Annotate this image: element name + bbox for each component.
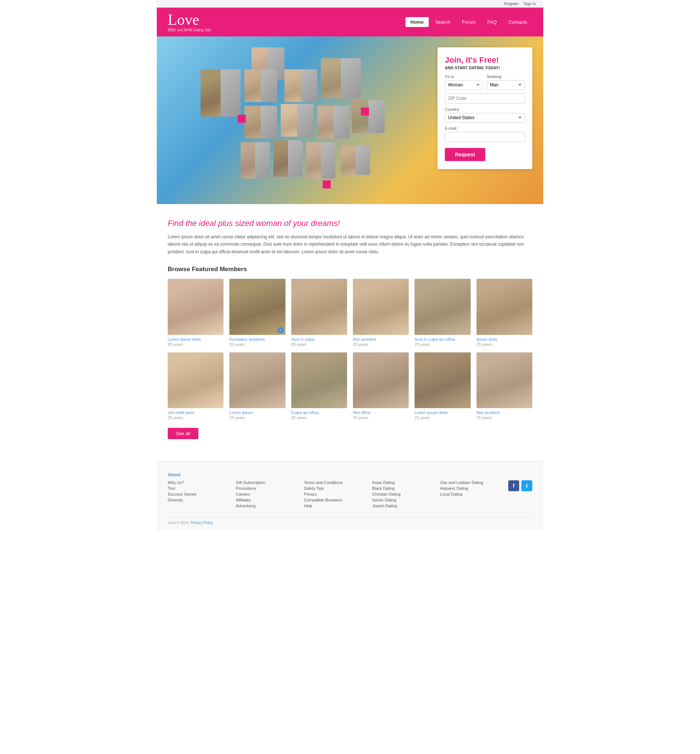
footer-link-asian[interactable]: Asian Dating	[372, 480, 433, 485]
member-card-11[interactable]: Lorem ipsum dolor 25 years	[414, 353, 470, 420]
footer-col-dating2: Gay and Lesbian Dating Hispanic Dating L…	[440, 472, 501, 509]
member-card-1[interactable]: Lorem ipsum dolor 25 years	[168, 279, 223, 346]
collage-photo-9	[352, 100, 384, 133]
footer-link-black[interactable]: Black Dating	[372, 486, 433, 490]
footer-link-christian[interactable]: Christian Dating	[372, 492, 433, 496]
im-a-select[interactable]: Woman Man	[445, 80, 483, 90]
member-age-9: 25 years	[291, 415, 347, 420]
footer-link-jewish[interactable]: Jewish Dating	[372, 504, 433, 508]
footer-link-affiliates[interactable]: Affiliates	[236, 498, 297, 502]
main-content: Find the ideal plus sized woman of your …	[157, 204, 543, 461]
footer-link-help[interactable]: Help	[304, 504, 365, 508]
footer-link-advertising[interactable]: Advertising	[236, 504, 297, 508]
signin-link[interactable]: Sign in	[523, 2, 536, 6]
footer: About Why Us? Tour Success Stories Diver…	[157, 461, 543, 531]
privacy-policy-link[interactable]: Privacy Policy	[190, 521, 213, 525]
zip-input[interactable]	[445, 93, 525, 103]
footer-link-browsers[interactable]: Compatible Browsers	[304, 498, 365, 502]
footer-col-about: About Why Us? Tour Success Stories Diver…	[168, 472, 228, 509]
nav-search[interactable]: Search	[430, 17, 455, 27]
member-photo-inner-1	[168, 279, 223, 334]
gender-row: I'm a: Woman Man Seeking Man Woman	[445, 74, 525, 90]
nav-contacts[interactable]: Contacts	[503, 17, 532, 27]
member-photo-7	[168, 353, 223, 408]
member-age-6: 25 years	[477, 342, 532, 347]
member-age-5: 25 years	[414, 342, 470, 347]
email-input[interactable]	[445, 132, 525, 142]
logo-tagline: BBW and BHM Dating Site	[168, 28, 211, 32]
nav-faq[interactable]: FAQ	[482, 17, 502, 27]
join-form: Join, it's Free! AND START DATING TODAY!…	[438, 47, 532, 169]
see-all-button[interactable]: See all	[168, 428, 198, 439]
register-link[interactable]: Register	[504, 2, 519, 6]
footer-link-safety[interactable]: Safety Tips	[304, 486, 365, 490]
footer-link-gay[interactable]: Gay and Lesbian Dating	[440, 480, 501, 485]
collage-photo-6	[244, 106, 277, 139]
member-name-12: Non proident	[477, 411, 532, 415]
description-text: Lorem ipsum dolor sit amet conse ctetur …	[168, 233, 532, 256]
member-name-4: Non proident	[353, 337, 409, 342]
footer-link-senior[interactable]: Senior Dating	[372, 498, 433, 502]
member-card-9[interactable]: Culpa qui offcia 25 years	[291, 353, 347, 420]
footer-link-success[interactable]: Success Stories	[168, 492, 228, 496]
member-card-12[interactable]: Non proident 25 years	[477, 353, 532, 420]
member-name-10: Wui offcia	[353, 411, 409, 415]
logo-text: Love	[168, 12, 211, 27]
nav-forum[interactable]: Forum	[457, 17, 481, 27]
email-label: E-mail:	[445, 126, 525, 131]
member-age-8: 25 years	[229, 415, 285, 420]
member-photo-4	[353, 279, 409, 334]
photo-collage	[200, 47, 364, 193]
footer-link-local[interactable]: Local Dating	[440, 492, 501, 496]
member-photo-8	[229, 353, 285, 408]
join-subtitle: AND START DATING TODAY!	[445, 66, 525, 70]
member-photo-10	[353, 353, 409, 408]
member-name-9: Culpa qui offcia	[291, 411, 347, 415]
collage-photo-12	[306, 142, 336, 179]
member-card-3[interactable]: Sunt in culpa 25 years	[291, 279, 347, 346]
featured-title: Browse Featured Members	[168, 266, 532, 273]
member-age-4: 25 years	[353, 342, 409, 347]
collage-photo-13	[341, 146, 370, 175]
social-icons: f t	[508, 480, 532, 491]
footer-link-privacy[interactable]: Privacy	[304, 492, 365, 496]
footer-col-dating1-title	[372, 472, 433, 478]
member-name-6: Ipsum dolor	[477, 337, 532, 342]
member-age-3: 25 years	[291, 342, 347, 347]
collage-photo-7	[281, 104, 314, 137]
member-age-10: 25 years	[353, 415, 409, 420]
country-label: Country:	[445, 107, 525, 111]
country-select[interactable]: United States Canada United Kingdom	[445, 113, 525, 122]
member-card-2[interactable]: ✓ Excepteur sintdeser 25 years	[229, 279, 285, 346]
footer-link-tour[interactable]: Tour	[168, 486, 228, 490]
member-card-6[interactable]: Ipsum dolor 25 years	[477, 279, 532, 346]
facebook-icon[interactable]: f	[508, 480, 519, 491]
member-photo-2: ✓	[229, 279, 285, 334]
footer-link-whyus[interactable]: Why Us?	[168, 480, 228, 485]
member-photo-3	[291, 279, 347, 334]
decorative-square-2	[361, 108, 369, 116]
member-card-7[interactable]: Unt mollit anim 25 years	[168, 353, 223, 420]
footer-link-terms[interactable]: Terms and Conditions	[304, 480, 365, 485]
member-name-5: Sunt in culpa qui offcia	[414, 337, 470, 342]
member-card-8[interactable]: Lorem ipsum 25 years	[229, 353, 285, 420]
footer-link-hispanic[interactable]: Hispanic Dating	[440, 486, 501, 490]
decorative-square-1	[238, 115, 246, 123]
footer-link-diversity[interactable]: Diversity	[168, 498, 228, 502]
footer-col-dating2-title	[440, 472, 501, 478]
member-card-4[interactable]: Non proident 25 years	[353, 279, 409, 346]
member-card-5[interactable]: Sunt in culpa qui offcia 25 years	[414, 279, 470, 346]
footer-bottom: Love © 2014. Privacy Policy	[168, 517, 532, 525]
seeking-select[interactable]: Man Woman	[487, 80, 525, 90]
footer-col-dating1: Asian Dating Black Dating Christian Dati…	[372, 472, 433, 509]
footer-link-promotions[interactable]: Promotions	[236, 486, 297, 490]
member-card-10[interactable]: Wui offcia 25 years	[353, 353, 409, 420]
twitter-icon[interactable]: t	[521, 480, 532, 491]
logo-area: Love BBW and BHM Dating Site	[168, 12, 211, 32]
member-age-2: 25 years	[229, 342, 285, 347]
request-button[interactable]: Request	[445, 148, 485, 161]
nav-home[interactable]: Home	[405, 17, 429, 27]
top-bar: Register Sign in	[157, 0, 543, 8]
footer-link-careers[interactable]: Careers	[236, 492, 297, 496]
footer-link-gift[interactable]: Gift Subscription	[236, 480, 297, 485]
